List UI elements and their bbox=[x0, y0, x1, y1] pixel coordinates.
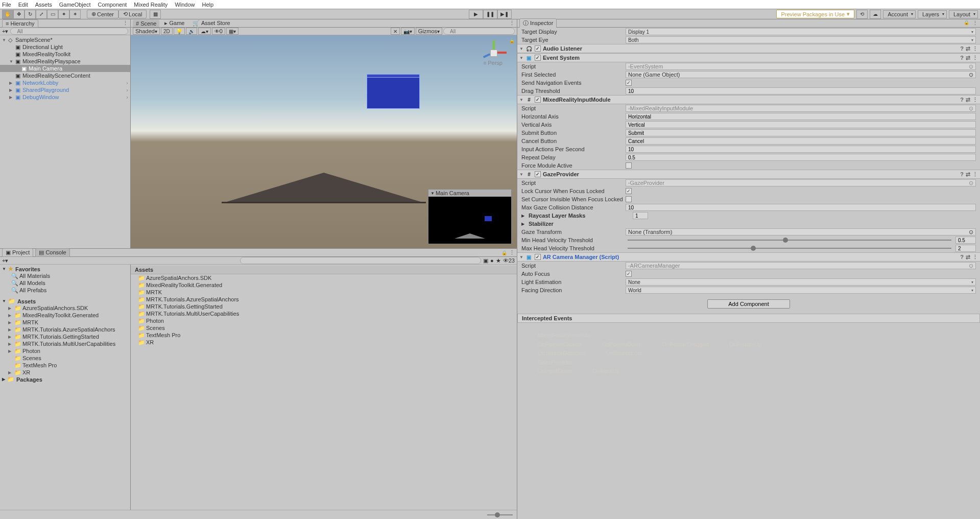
tree-item[interactable]: ▶▣NetworkLobby› bbox=[0, 79, 130, 86]
filter-icon[interactable]: ● bbox=[490, 257, 494, 264]
tree-item[interactable]: ▣MixedRealityToolkit bbox=[0, 51, 130, 58]
gaze-component[interactable]: ▼#✓GazeProvider?⇄⋮ bbox=[517, 170, 980, 179]
scene-search[interactable] bbox=[443, 28, 515, 35]
scene-tab[interactable]: # Scene bbox=[133, 20, 159, 27]
menu-icon[interactable]: ⋮ bbox=[972, 254, 978, 261]
hierarchy-search[interactable] bbox=[10, 28, 128, 35]
tree-item-selected[interactable]: ▣Main Camera bbox=[0, 65, 130, 72]
target-display-dropdown[interactable]: Display 1 bbox=[626, 28, 976, 35]
prop-label[interactable]: Raycast Layer Masks bbox=[529, 213, 631, 219]
lighting-toggle[interactable]: 💡 bbox=[174, 28, 185, 35]
help-icon[interactable]: ? bbox=[960, 55, 964, 61]
move-tool[interactable]: ✥ bbox=[13, 10, 25, 19]
slider[interactable] bbox=[628, 248, 951, 249]
object-field[interactable]: None (Transform)⊙ bbox=[626, 228, 976, 235]
lock-icon[interactable]: 🔒 bbox=[964, 20, 969, 27]
fav-item[interactable]: 🔍 All Materials bbox=[0, 272, 130, 279]
scene-viewport[interactable]: 🔒 ≡ Persp ▼Main Camera bbox=[131, 35, 517, 248]
step-button[interactable]: ▶❚ bbox=[497, 10, 512, 19]
audio-toggle[interactable]: 🔊 bbox=[186, 28, 197, 35]
prop-label[interactable]: Stabilizer bbox=[529, 221, 631, 227]
create-dropdown[interactable]: +▾ bbox=[2, 28, 8, 35]
help-icon[interactable]: ? bbox=[960, 254, 964, 261]
tree-item[interactable]: ▶▣SharedPlayground› bbox=[0, 86, 130, 93]
fav-item[interactable]: 🔍 All Prefabs bbox=[0, 287, 130, 294]
enable-checkbox[interactable]: ✓ bbox=[535, 171, 541, 177]
play-button[interactable]: ▶ bbox=[469, 10, 483, 19]
list-item[interactable]: 📁 AzureSpatialAnchors.SDK bbox=[131, 274, 517, 281]
menu-help[interactable]: Help bbox=[202, 2, 214, 8]
panel-menu-icon[interactable]: ⋮ bbox=[123, 20, 128, 27]
help-icon[interactable]: ? bbox=[960, 45, 964, 52]
tools-icon[interactable]: ✕ bbox=[391, 28, 400, 35]
hand-tool[interactable]: ✋ bbox=[2, 10, 13, 19]
folder-item[interactable]: ▶📁 XR bbox=[0, 369, 130, 376]
create-dropdown[interactable]: +▾ bbox=[2, 257, 8, 264]
arcam-component[interactable]: ▼▣✓AR Camera Manager (Script)?⇄⋮ bbox=[517, 252, 980, 262]
preview-packages-badge[interactable]: Preview Packages in Use▾ bbox=[776, 10, 854, 18]
menu-file[interactable]: File bbox=[2, 2, 11, 8]
layers-dropdown[interactable]: Layers bbox=[918, 10, 947, 18]
preset-icon[interactable]: ⇄ bbox=[966, 55, 970, 61]
slider[interactable] bbox=[628, 240, 951, 241]
lock-icon[interactable]: 🔒 bbox=[509, 38, 515, 43]
mrim-component[interactable]: ▼#✓MixedRealityInputModule?⇄⋮ bbox=[517, 95, 980, 104]
number-input[interactable] bbox=[626, 87, 976, 95]
text-input[interactable] bbox=[626, 121, 976, 128]
list-item[interactable]: 📁 TextMesh Pro bbox=[131, 332, 517, 339]
menu-window[interactable]: Window bbox=[175, 2, 195, 8]
add-component-button[interactable]: Add Component bbox=[707, 299, 790, 309]
list-item[interactable]: 📁 Scenes bbox=[131, 324, 517, 332]
preset-icon[interactable]: ⇄ bbox=[966, 254, 970, 261]
inspector-tab[interactable]: ⓘ Inspector bbox=[519, 18, 557, 28]
menu-assets[interactable]: Assets bbox=[35, 2, 52, 8]
collab-icon[interactable]: ⟲ bbox=[856, 10, 868, 19]
menu-edit[interactable]: Edit bbox=[18, 2, 28, 8]
snap-toggle[interactable]: ▦ bbox=[150, 10, 161, 19]
layout-dropdown[interactable]: Layout bbox=[949, 10, 978, 18]
hidden-count[interactable]: 👁23 bbox=[503, 257, 515, 264]
number-input[interactable] bbox=[633, 212, 648, 219]
menu-icon[interactable]: ⋮ bbox=[972, 171, 978, 178]
transform-tool[interactable]: ✦ bbox=[58, 10, 69, 19]
list-item[interactable]: 📁 MRTK.Tutorials.AzureSpatialAnchors bbox=[131, 296, 517, 303]
scene-root[interactable]: ▼◇SampleScene* bbox=[0, 36, 130, 43]
checkbox[interactable]: ✓ bbox=[626, 271, 632, 277]
breadcrumb[interactable]: Assets bbox=[131, 266, 517, 274]
checkbox[interactable]: ✓ bbox=[626, 80, 632, 86]
list-item[interactable]: 📁 MRTK.Tutorials.GettingStarted bbox=[131, 303, 517, 310]
favorites-header[interactable]: ▼★Favorites bbox=[0, 266, 130, 272]
list-item[interactable]: 📁 Photon bbox=[131, 317, 517, 324]
folder-item[interactable]: ▶📁 AzureSpatialAnchors.SDK bbox=[0, 304, 130, 312]
folder-item[interactable]: ▶📁 Photon bbox=[0, 347, 130, 355]
scale-tool[interactable]: ⤢ bbox=[36, 10, 47, 19]
list-item[interactable]: 📁 XR bbox=[131, 339, 517, 346]
custom-tool[interactable]: ✶ bbox=[69, 10, 81, 19]
preset-icon[interactable]: ⇄ bbox=[966, 97, 970, 103]
dropdown[interactable]: None bbox=[626, 278, 976, 286]
folder-item[interactable]: ▶📁 MRTK.Tutorials.MultiUserCapabilities bbox=[0, 340, 130, 347]
preset-icon[interactable]: ⇄ bbox=[966, 171, 970, 178]
rotate-tool[interactable]: ↻ bbox=[25, 10, 36, 19]
folder-item[interactable]: 📁 Scenes bbox=[0, 355, 130, 362]
number-input[interactable] bbox=[626, 146, 976, 153]
help-icon[interactable]: ? bbox=[960, 171, 964, 178]
folder-item[interactable]: ▶📁 MRTK.Tutorials.AzureSpatialAnchors bbox=[0, 326, 130, 333]
audio-listener-component[interactable]: ▼🎧✓Audio Listener?⇄⋮ bbox=[517, 44, 980, 53]
text-input[interactable] bbox=[626, 137, 976, 145]
folder-item[interactable]: 📁 TextMesh Pro bbox=[0, 362, 130, 369]
checkbox[interactable] bbox=[626, 196, 632, 202]
filter-icon[interactable]: ★ bbox=[496, 257, 501, 264]
number-input[interactable] bbox=[626, 204, 976, 211]
grid-toggle[interactable]: ▦▾ bbox=[226, 28, 238, 35]
projection-label[interactable]: ≡ Persp bbox=[484, 60, 503, 66]
hierarchy-tab[interactable]: ≡ Hierarchy bbox=[2, 19, 38, 28]
2d-toggle[interactable]: 2D bbox=[161, 28, 173, 35]
checkbox[interactable]: ✓ bbox=[626, 188, 632, 194]
tree-item[interactable]: ▣MixedRealitySceneContent bbox=[0, 72, 130, 79]
project-search[interactable] bbox=[240, 257, 481, 264]
gizmo-z-axis[interactable] bbox=[483, 53, 490, 58]
list-item[interactable]: 📁 MRTK bbox=[131, 289, 517, 296]
gizmo-x-axis[interactable] bbox=[497, 52, 507, 54]
checkbox[interactable] bbox=[626, 162, 632, 169]
